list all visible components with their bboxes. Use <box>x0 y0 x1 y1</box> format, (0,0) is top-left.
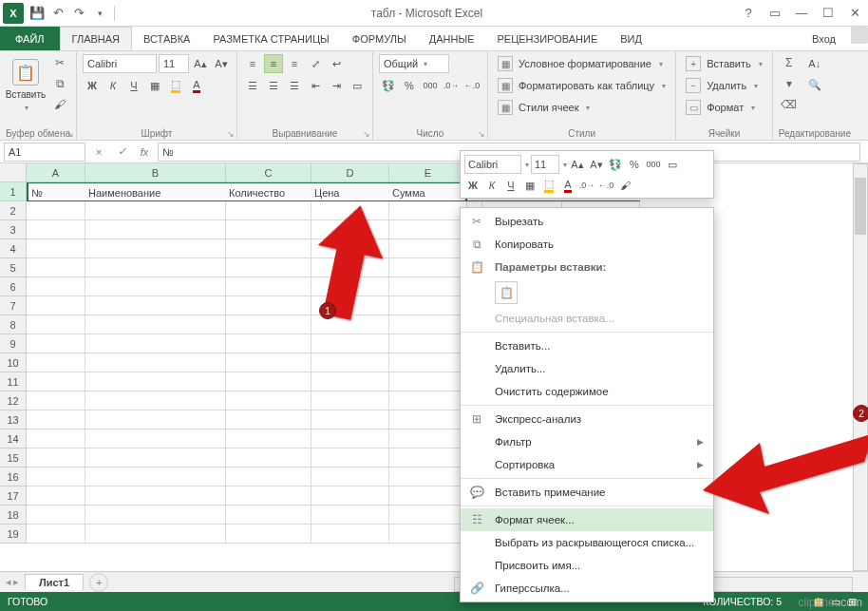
cell[interactable] <box>226 201 311 220</box>
align-center-icon[interactable]: ☰ <box>264 76 283 95</box>
cell[interactable] <box>27 277 85 296</box>
tab-data[interactable]: ДАННЫЕ <box>418 27 486 50</box>
cell[interactable] <box>389 334 467 353</box>
cell[interactable] <box>85 201 226 220</box>
indent-inc-icon[interactable]: ⇥ <box>327 76 346 95</box>
cell[interactable] <box>389 391 467 411</box>
cell[interactable] <box>27 430 85 449</box>
grow-font-icon[interactable]: A▴ <box>191 54 210 73</box>
cell[interactable] <box>389 296 467 315</box>
mini-incdec-icon[interactable]: .0→ <box>578 177 595 194</box>
row-header[interactable]: 1 <box>0 182 27 201</box>
mini-size-combo[interactable]: 11 <box>531 155 559 174</box>
cell[interactable] <box>389 277 467 296</box>
cell[interactable] <box>85 525 226 544</box>
bold-button[interactable]: Ж <box>83 76 102 95</box>
mini-thousands-icon[interactable]: 000 <box>645 156 662 173</box>
row-header[interactable]: 7 <box>0 296 27 315</box>
autosum-icon[interactable]: Σ <box>779 54 800 71</box>
row-header[interactable]: 14 <box>0 430 27 449</box>
cell[interactable] <box>27 239 85 258</box>
cell[interactable] <box>389 258 467 277</box>
cell[interactable] <box>27 353 85 372</box>
cell[interactable] <box>311 449 389 468</box>
cell[interactable] <box>311 391 389 411</box>
cell[interactable] <box>311 525 389 544</box>
fill-icon[interactable]: ▾ <box>779 75 800 92</box>
cell[interactable] <box>85 334 226 353</box>
close-icon[interactable]: ✕ <box>841 0 868 27</box>
cell[interactable] <box>389 220 467 239</box>
cell[interactable] <box>311 239 389 258</box>
thousands-icon[interactable]: 000 <box>421 76 440 95</box>
cell-styles-button[interactable]: ▦Стили ячеек▾ <box>494 98 670 117</box>
cell[interactable] <box>85 430 226 449</box>
align-top-icon[interactable]: ≡ <box>243 54 262 73</box>
row-header[interactable]: 9 <box>0 334 27 353</box>
qat-save-icon[interactable]: 💾 <box>27 3 47 24</box>
clipboard-launcher-icon[interactable]: ↘ <box>66 129 74 139</box>
mini-currency-icon[interactable]: 💱 <box>607 156 624 173</box>
dec-decimal-icon[interactable]: ←.0 <box>462 76 481 95</box>
minimize-icon[interactable]: — <box>788 0 815 27</box>
format-cells-button[interactable]: ▭Формат▾ <box>682 98 766 117</box>
font-name-combo[interactable]: Calibri <box>83 54 157 73</box>
sheet-nav-prev-icon[interactable]: ◂ <box>6 576 11 588</box>
cell[interactable] <box>85 391 226 411</box>
row-header[interactable]: 6 <box>0 277 27 296</box>
ctx-hyperlink[interactable]: 🔗Гиперссылка... <box>461 577 713 600</box>
enter-icon[interactable]: ✓ <box>112 143 131 162</box>
tab-home[interactable]: ГЛАВНАЯ <box>60 27 132 50</box>
cell[interactable] <box>226 315 311 334</box>
alignment-launcher-icon[interactable]: ↘ <box>363 129 370 139</box>
vscroll-thumb[interactable] <box>855 178 866 235</box>
cell[interactable] <box>311 353 389 372</box>
cell[interactable] <box>311 468 389 487</box>
cell[interactable] <box>226 411 311 430</box>
col-header[interactable]: D <box>311 163 389 182</box>
ctx-insert[interactable]: Вставить... <box>461 334 713 357</box>
mini-merge-icon[interactable]: ▭ <box>664 156 681 173</box>
add-sheet-icon[interactable]: + <box>89 573 108 592</box>
cell[interactable]: Количество <box>226 182 311 201</box>
cell[interactable] <box>27 372 85 391</box>
cell[interactable] <box>389 525 467 544</box>
mini-shrink-icon[interactable]: A▾ <box>588 156 605 173</box>
sort-filter-icon[interactable]: A↓ <box>803 54 826 73</box>
col-header[interactable]: E <box>389 163 467 182</box>
mini-bold-icon[interactable]: Ж <box>464 177 481 194</box>
cell[interactable]: Наименование <box>85 182 226 201</box>
cell[interactable] <box>27 334 85 353</box>
cell[interactable]: № <box>27 182 85 201</box>
align-bottom-icon[interactable]: ≡ <box>285 54 304 73</box>
ctx-picklist[interactable]: Выбрать из раскрывающегося списка... <box>461 531 713 554</box>
cell[interactable] <box>226 525 311 544</box>
col-header[interactable]: B <box>85 163 226 182</box>
row-header[interactable]: 15 <box>0 449 27 468</box>
cell[interactable] <box>27 201 85 220</box>
cell[interactable] <box>27 391 85 411</box>
row-header[interactable]: 4 <box>0 239 27 258</box>
row-header[interactable]: 16 <box>0 468 27 487</box>
border-icon[interactable]: ▦ <box>145 76 164 95</box>
font-size-combo[interactable]: 11 <box>159 54 189 73</box>
cell[interactable] <box>85 258 226 277</box>
row-header[interactable]: 17 <box>0 487 27 506</box>
cell[interactable] <box>226 220 311 239</box>
align-right-icon[interactable]: ☰ <box>285 76 304 95</box>
cell[interactable] <box>226 334 311 353</box>
cell[interactable] <box>85 411 226 430</box>
cell[interactable] <box>389 411 467 430</box>
user-icon[interactable] <box>851 27 868 44</box>
copy-icon[interactable]: ⧉ <box>49 75 70 92</box>
ctx-copy[interactable]: ⧉Копировать <box>461 233 713 256</box>
number-launcher-icon[interactable]: ↘ <box>478 129 485 139</box>
sign-in[interactable]: Вход <box>801 27 847 50</box>
vertical-scrollbar[interactable] <box>853 163 868 571</box>
clear-icon[interactable]: ⌫ <box>779 96 800 113</box>
tab-page-layout[interactable]: РАЗМЕТКА СТРАНИЦЫ <box>201 27 340 50</box>
col-header[interactable]: C <box>226 163 311 182</box>
tab-view[interactable]: ВИД <box>609 27 653 50</box>
cell[interactable] <box>311 201 389 220</box>
cell[interactable] <box>226 449 311 468</box>
